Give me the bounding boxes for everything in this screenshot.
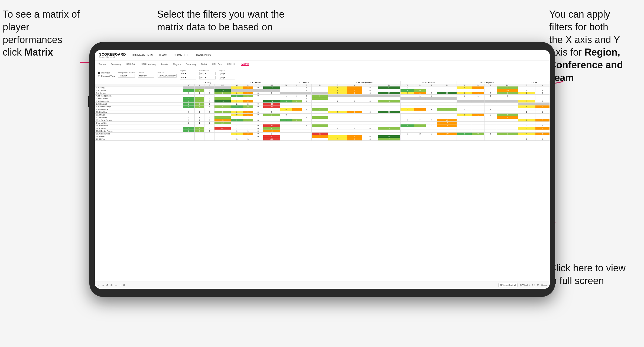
settings-icon[interactable]: ⚙ (123, 284, 125, 287)
matrix-cell: -8 (263, 130, 280, 133)
matrix-cell: 1 (280, 116, 292, 119)
matrix-cell: 1 (243, 92, 253, 95)
matrix-cell (243, 116, 253, 119)
tab-summary2[interactable]: Summary (185, 63, 197, 66)
matrix-cell: 1 (347, 138, 362, 141)
full-view-radio[interactable]: Full View (98, 72, 115, 74)
matrix-cell (362, 95, 378, 97)
matrix-cell: -15 (263, 103, 280, 105)
matrix-cell: 1 (472, 86, 484, 89)
conference-select-y[interactable]: (All) ▾ (199, 76, 216, 79)
matrix-cell: 2 (535, 89, 549, 92)
division-select[interactable]: NCAA Division I ▾ (158, 74, 177, 78)
tab-matrix-active[interactable]: Matrix (241, 63, 249, 66)
share-button[interactable]: Share (541, 284, 547, 286)
matrix-cell (328, 103, 347, 105)
tab-h2h-h[interactable]: H2H H... (227, 63, 237, 66)
chevron-down-icon8: ▾ (224, 72, 225, 75)
matrix-cell (183, 86, 194, 89)
matrix-cell (183, 114, 194, 116)
watch-button[interactable]: @ Watch ▾ (520, 284, 530, 286)
matrix-cell (497, 130, 518, 133)
grid-icon[interactable]: ⊞ (537, 284, 539, 287)
players-select-y[interactable]: (All) ▾ (219, 76, 235, 79)
conference-select-x[interactable]: (All) ▾ (199, 72, 216, 75)
matrix-cell: 0 (253, 103, 263, 105)
matrix-cell: 0 (362, 138, 378, 141)
matrix-cell: 0 (426, 92, 437, 95)
matrix-cell (484, 127, 497, 130)
players-select-x[interactable]: (All) ▾ (219, 72, 235, 75)
matrix-cell: 0 (484, 86, 497, 89)
matrix-cell (312, 89, 328, 92)
matrix-cell: 0 (195, 100, 204, 103)
matrix-cell (312, 138, 328, 141)
tab-h2h-heatmap[interactable]: H2H Heatmap (141, 63, 157, 66)
matrix-cell (457, 105, 472, 108)
matrix-cell (437, 116, 457, 119)
matrix-cell (518, 103, 535, 105)
region-select-y[interactable]: N/A ▾ (180, 76, 196, 79)
screen-icon[interactable]: ⛶ (532, 284, 535, 287)
matrix-cell: -11 (263, 138, 280, 141)
matrix-content[interactable]: 1. W Ding 2. L Clanton 3. J Koivun 4. M … (95, 81, 550, 279)
matrix-cell: 2 (231, 100, 243, 103)
matrix-cell (401, 138, 414, 141)
minus-icon[interactable]: — (115, 284, 117, 287)
matrix-cell: 0 (253, 135, 263, 138)
compact-view-radio[interactable]: Compact View (98, 75, 115, 77)
view-original-button[interactable]: ⊞ View: Original (498, 283, 517, 287)
plus-icon[interactable]: + (119, 284, 121, 287)
matrix-cell: 3 (231, 138, 243, 141)
tab-h2h-grid1[interactable]: H2H Grid (125, 63, 137, 66)
matrix-cell: 0 (362, 100, 378, 103)
matrix-cell: -11 (312, 133, 328, 135)
undo-icon[interactable]: ↩ (97, 284, 100, 287)
tab-detail[interactable]: Detail (201, 63, 208, 66)
matrix-cell: 0 (204, 122, 214, 124)
matrix-cell (312, 86, 328, 89)
nav-teams[interactable]: TEAMS (158, 54, 168, 57)
player-name-cell: 18. C Sherwood (95, 133, 183, 135)
matrix-cell (472, 124, 484, 127)
matrix-cell: 2 (214, 92, 231, 95)
nav-rankings[interactable]: RANKINGS (196, 54, 211, 57)
matrix-cell (204, 133, 214, 135)
fit-icon[interactable]: ⊞ (110, 284, 113, 287)
chevron-down-icon: ▾ (126, 75, 127, 77)
tab-h2h-grid2[interactable]: H2H Grid (212, 63, 223, 66)
chevron-down-icon9: ▾ (224, 76, 225, 79)
matrix-cell (302, 122, 311, 124)
matrix-cell: 2 (183, 100, 194, 103)
matrix-cell (253, 122, 263, 124)
tab-players[interactable]: Players (172, 63, 181, 66)
nav-tournaments[interactable]: TOURNAMENTS (131, 54, 153, 57)
matrix-cell (437, 103, 457, 105)
matrix-cell (302, 92, 311, 95)
matrix-cell (312, 119, 328, 122)
matrix-cell: 0 (457, 114, 472, 116)
reset-icon[interactable]: ↺ (106, 284, 108, 287)
max-players-select[interactable]: Top 25 ▾ (118, 74, 135, 78)
gender-select[interactable]: Men's ▾ (138, 74, 154, 78)
matrix-cell (401, 100, 414, 103)
tab-matrix1[interactable]: Matrix (161, 63, 169, 66)
matrix-cell (497, 111, 518, 114)
tab-summary1[interactable]: Summary (110, 63, 122, 66)
tab-teams[interactable]: Teams (98, 63, 106, 66)
matrix-cell (263, 116, 280, 119)
matrix-cell: 1 (312, 97, 328, 100)
table-row: 2. L Clanton2101611012010-2422 (95, 89, 550, 92)
redo-icon[interactable]: ↪ (102, 284, 104, 287)
table-row: 9. N Gabrelcik01090111111 (95, 108, 550, 111)
matrix-cell: 1 (280, 89, 292, 92)
matrix-cell: 1 (347, 135, 362, 138)
matrix-cell (472, 89, 484, 92)
nav-committee[interactable]: COMMITTEE (174, 54, 191, 57)
matrix-cell (312, 127, 328, 130)
matrix-cell: 1 (183, 116, 194, 119)
matrix-cell (497, 105, 518, 108)
region-select-x[interactable]: N/A ▾ (180, 72, 196, 75)
matrix-cell (347, 114, 362, 116)
matrix-cell (183, 124, 194, 127)
